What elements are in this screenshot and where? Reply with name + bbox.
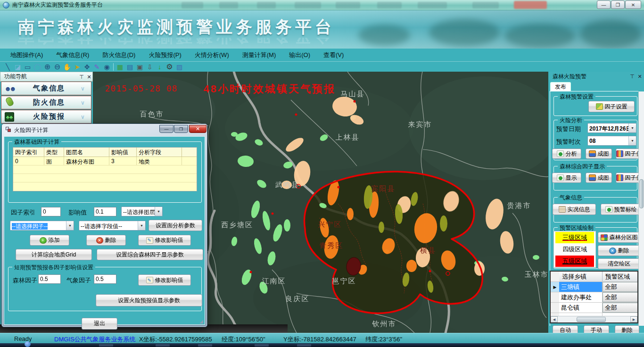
taskbar-item[interactable] [156,344,170,347]
calc-grid-button[interactable]: 计算综合地质Grid [16,249,92,260]
dialog-close-button[interactable]: ✕ [189,125,206,133]
menu-view[interactable]: 查看(V) [317,49,350,61]
township-table[interactable]: 选择乡镇 预警区域 ▶ 三塘镇 全部 建政办事处 全部 昆仑镇 全部 ◀ ▶ [550,271,638,323]
delete-button[interactable]: ✕ 删除 [86,235,126,246]
layer-select[interactable]: --请选择图层-- ▼ [121,207,163,216]
menu-map-operations[interactable]: 地图操作(A) [4,49,50,61]
level5-region-button[interactable]: 五级区域 [555,256,594,267]
make-map-button[interactable]: 成图 [586,149,612,159]
status-y-coord: Y坐标:-781582.842663447 [283,335,356,344]
fire-factor-dialog[interactable]: 火险因子计算 — ❐ ✕ 森林基础因子计算 因子索引 类型 图层名 影响值 分析… [1,124,207,327]
pin-icon[interactable]: ⊤ [78,74,85,80]
factor-settings-button[interactable]: 因子设置 [588,101,635,112]
erase-icon[interactable]: ◪ [13,62,23,72]
factor-select[interactable]: --请选择因子-- ▼ [10,221,74,231]
chevron-down-icon: ▼ [628,124,636,132]
sidebar-item-weather-info[interactable]: ☻☻ 气象信息 ∨ [1,82,91,95]
layer-doc-icon[interactable]: ▤ [125,62,135,72]
menu-output[interactable]: 输出(O) [282,49,317,61]
menu-measurement[interactable]: 测量计算(M) [236,49,283,61]
township-row[interactable]: 昆仑镇 全部 [551,303,637,313]
forest-factor-field[interactable] [38,274,61,284]
forest-partition-map-button[interactable]: 森林分区图 [598,232,640,243]
dialog-maximize-button[interactable]: ❐ [174,125,188,133]
impact-value-field[interactable] [94,207,116,216]
show-button[interactable]: 显示 [552,173,581,183]
ellipse-icon[interactable]: ◯ [33,62,42,72]
start-orb-icon[interactable] [25,341,31,347]
delete-region-button[interactable]: ✕ 删除 [598,245,640,256]
tab-publish[interactable]: 发布 [550,82,571,91]
scroll-thumb[interactable] [577,317,606,322]
field-value-select[interactable]: --请选择字段值-- ▼ [79,221,146,231]
township-row-selected[interactable]: ▶ 三塘镇 全部 [551,282,637,292]
set-area-params-button[interactable]: 设置面分析参数 [149,220,202,231]
photo-icon[interactable]: ▨ [174,62,184,72]
pan-hand-icon[interactable]: ✋ [62,62,72,72]
taskbar-item[interactable] [255,344,269,347]
image-view-icon[interactable]: ▦ [115,62,125,72]
move-cross-icon[interactable]: ✥ [82,62,92,72]
minimize-button[interactable]: — [597,0,611,9]
taskbar-item[interactable] [99,344,113,347]
close-button[interactable]: ✕ [625,0,641,9]
download-icon[interactable]: ↓ [155,62,165,72]
warning-plot-button[interactable]: 预警标绘 [601,204,641,215]
menu-fire-analysis[interactable]: 火情分析(W) [188,49,236,61]
menu-fire-risk-forecast[interactable]: 火险预报(P) [142,49,188,61]
township-row[interactable]: 建政办事处 全部 [551,292,637,303]
rectangle-icon[interactable]: ▭ [23,62,33,72]
scroll-right-arrow[interactable]: ▶ [630,316,637,322]
panel-title: 森林火险预警 [553,73,586,81]
taskbar-item[interactable] [297,344,311,347]
exit-button[interactable]: 退出 [82,318,117,330]
set-fire-display-button[interactable]: 设置火险预报值显示参数 [96,294,202,306]
region-cell[interactable]: 全部 [603,282,637,292]
zoom-window-icon[interactable]: ◉ [102,62,112,72]
modify-impact-button[interactable]: ✎ 修改影响值 [138,235,191,246]
vertical-scrollbar[interactable] [638,91,644,326]
pin-icon[interactable]: ⊤ [629,73,636,80]
sidebar-item-fire-risk-forecast[interactable]: ♣♣ 火险预报 ∨ [1,110,91,124]
level4-region-button[interactable]: 四级区域 [555,244,594,255]
select-arrow-icon[interactable]: ➤ [72,62,82,72]
panel-header: 森林火险预警 ⊤ ✕ [550,72,644,82]
region-cell[interactable]: 全部 [603,292,637,302]
factor-index-field[interactable] [41,207,61,216]
region-cell[interactable]: 全部 [603,303,637,313]
scroll-left-arrow[interactable]: ◀ [551,316,558,322]
weather-factor-field[interactable] [94,274,116,284]
draw-line-icon[interactable]: ╲ [3,62,13,72]
resize-grip[interactable]: ◢ [199,319,203,324]
sketch-pen-icon[interactable]: ✎ [92,62,102,72]
zoom-out-icon[interactable]: ⊖ [52,62,62,72]
factor-table[interactable]: 因子索引 类型 图层名 影响值 分析字段 0 面 森林分布图 3 地类 [13,147,197,191]
add-button[interactable]: + 添加 [30,235,69,246]
print-icon[interactable]: ▣ [135,62,145,72]
warning-date-select[interactable]: 2017年12月26日 ▼ [587,123,636,133]
restore-button[interactable]: ❐ [611,0,625,9]
menu-weather-info[interactable]: 气象信息(R) [50,49,96,61]
horizontal-scrollbar[interactable]: ◀ ▶ [551,316,637,322]
clear-drawing-button[interactable]: 清空绘区 [598,258,640,269]
zoom-in-icon[interactable]: ⊕ [42,62,52,72]
settings-gear-icon[interactable]: ⚙ [165,62,174,72]
print-export-icon[interactable]: ⇩ [145,62,155,72]
factor-table-row[interactable]: 0 面 森林分布图 3 地类 [13,157,197,165]
live-info-button[interactable]: 实况信息 [553,204,596,215]
level3-region-button[interactable]: 三级区域 [555,232,594,243]
close-icon[interactable]: ✕ [86,74,92,80]
close-icon[interactable]: ✕ [636,73,643,80]
warning-time-select[interactable]: 08 ▼ [587,136,636,146]
taskbar-item[interactable] [198,344,212,347]
map-district-label: 邕宁区 [332,277,356,285]
set-comprehensive-display-button[interactable]: 设置综合森林因子显示参数 [97,249,203,260]
scroll-thumb[interactable] [639,179,644,208]
make-map-button-2[interactable]: 成图 [586,173,612,183]
analyze-button[interactable]: 分析 [552,149,581,159]
windows-taskbar[interactable] [0,343,644,347]
dialog-minimize-button[interactable]: — [159,125,173,133]
modify-impact-button-2[interactable]: ✎ 修改影响值 [138,274,191,286]
menu-fire-prevention[interactable]: 防火信息(D) [96,49,142,61]
sidebar-item-fire-prevention[interactable]: 防火信息 ∨ [1,96,91,109]
